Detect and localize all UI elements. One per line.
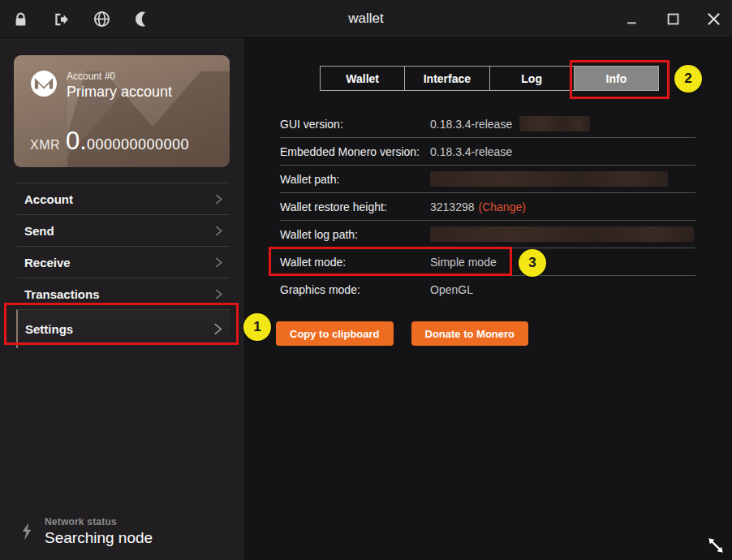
copy-to-clipboard-button[interactable]: Copy to clipboard [276,321,394,346]
info-label: Wallet path: [280,173,430,186]
currency-label: XMR [30,138,60,153]
info-value: 0.18.3.4-release [430,145,512,158]
redacted-value [430,226,694,242]
close-button[interactable] [703,9,724,30]
redacted-value [430,171,668,187]
minimize-button[interactable] [622,9,643,30]
chevron-right-icon [214,257,223,268]
info-row-restore-height: Wallet restore height: 3213298 (Change) [280,193,695,221]
menu-label: Receive [24,256,71,269]
monero-logo-icon [30,70,58,97]
account-card[interactable]: Account #0 Primary account XMR 0. 000000… [14,55,230,167]
info-label: GUI version: [280,118,430,131]
info-label: Graphics mode: [280,283,430,296]
resize-cursor-icon [705,535,726,556]
info-value: OpenGL [430,283,473,296]
network-status-label: Network status [45,516,153,528]
tab-log[interactable]: Log [490,67,575,90]
info-label: Wallet log path: [280,228,430,241]
info-value: Simple mode [430,256,497,269]
sidebar-menu: Account Send Receive Transactions Settin… [16,183,230,348]
info-row-wallet-mode: Wallet mode: Simple mode [280,248,695,276]
info-row-graphics-mode: Graphics mode: OpenGL [280,276,695,304]
chevron-right-icon [214,226,223,236]
tab-info[interactable]: Info [575,67,658,90]
info-table: GUI version: 0.18.3.4-release Embedded M… [280,110,695,304]
sidebar: Account #0 Primary account XMR 0. 000000… [0,38,243,560]
chevron-right-icon [213,323,223,335]
tab-interface[interactable]: Interface [405,67,489,90]
balance-whole: 0. [66,127,87,156]
redacted-value [519,116,590,131]
network-status-value: Searching node [45,529,153,547]
annotation-badge-3: 3 [519,249,546,277]
annotation-badge-2: 2 [674,65,702,93]
menu-label: Account [24,192,73,206]
chevron-right-icon [214,289,223,299]
change-restore-height-link[interactable]: (Change) [479,200,526,213]
sidebar-item-send[interactable]: Send [16,214,230,246]
menu-label: Transactions [24,287,100,301]
balance: XMR 0. 000000000000 [30,127,189,156]
info-row-embedded-version: Embedded Monero version: 0.18.3.4-releas… [280,138,695,166]
info-actions: Copy to clipboard Donate to Monero [276,321,528,346]
tab-wallet[interactable]: Wallet [321,67,405,90]
sidebar-item-receive[interactable]: Receive [16,246,230,278]
maximize-button[interactable] [662,9,683,30]
lightning-bolt-icon [21,522,32,541]
titlebar: wallet [0,0,732,38]
donate-to-monero-button[interactable]: Donate to Monero [411,321,529,346]
sidebar-item-transactions[interactable]: Transactions [16,278,230,309]
menu-label: Send [24,224,54,238]
menu-label: Settings [25,322,73,336]
sidebar-item-account[interactable]: Account [16,183,230,214]
info-row-gui-version: GUI version: 0.18.3.4-release [280,110,695,138]
network-status[interactable]: Network status Searching node [21,516,153,547]
account-name: Primary account [67,84,172,101]
info-label: Embedded Monero version: [280,145,430,158]
info-value: 0.18.3.4-release [430,118,512,131]
balance-fraction: 000000000000 [87,136,189,153]
settings-tabbar: Wallet Interface Log Info [320,66,659,91]
sidebar-item-settings[interactable]: Settings [16,309,230,348]
info-label: Wallet restore height: [280,200,430,213]
info-row-wallet-path: Wallet path: [280,166,695,193]
settings-panel: Wallet Interface Log Info GUI version: 0… [243,38,732,560]
info-row-log-path: Wallet log path: [280,221,695,248]
info-label: Wallet mode: [280,256,430,269]
window-controls [622,0,724,38]
chevron-right-icon [214,194,223,205]
account-number-label: Account #0 [67,71,172,82]
info-value: 3213298 [430,200,475,213]
annotation-badge-1: 1 [243,313,271,341]
wallet-window: wallet [0,0,732,560]
